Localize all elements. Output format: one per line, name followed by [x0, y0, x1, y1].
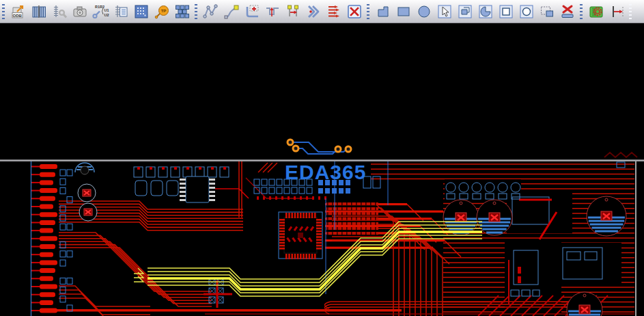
shape-copy-icon — [457, 3, 473, 20]
curved-route-icon — [223, 3, 240, 20]
board-status-button[interactable] — [586, 1, 606, 22]
rename-refdes-icon: R1R2 U1 U2 — [92, 3, 109, 20]
design-report-icon — [113, 3, 129, 20]
odb-export-button[interactable]: ODB — [8, 1, 29, 22]
artwork-films-button[interactable] — [29, 1, 49, 22]
toolbar-group-file-export: ODB — [8, 1, 193, 22]
shape-delete-button[interactable] — [557, 1, 578, 22]
dimension-button[interactable] — [606, 1, 627, 22]
curved-route-button[interactable] — [221, 1, 242, 22]
routed-net[interactable] — [288, 140, 351, 154]
delete-route-icon — [346, 3, 363, 20]
board-status-icon — [588, 3, 604, 20]
odb-export-icon: ODB — [10, 3, 27, 20]
shape-rect-button[interactable] — [393, 1, 414, 22]
toolbar-group-route — [201, 1, 365, 22]
refdes-bot-label: U2 — [104, 13, 109, 17]
shape-region-icon — [539, 3, 555, 20]
design-tools-icon — [51, 3, 68, 20]
via — [288, 140, 351, 152]
shape-circle-button[interactable] — [414, 1, 434, 22]
routing-canvas-art — [0, 23, 644, 159]
snapshot-camera-icon — [72, 3, 88, 20]
fanout-grid-button[interactable] — [131, 1, 152, 22]
delete-route-button[interactable] — [344, 1, 365, 22]
pcb-editor-window: ODB — [0, 0, 644, 316]
testpoint-label: TP — [161, 9, 167, 13]
delay-tune-icon — [264, 3, 281, 20]
shape-polygon-button[interactable] — [373, 1, 393, 22]
shape-rect-icon — [395, 3, 412, 20]
pad-array-button[interactable] — [172, 1, 193, 22]
watermark: EDA365 — [285, 161, 366, 183]
toolbar-drag-handle[interactable] — [367, 4, 369, 19]
snapshot-camera-button[interactable] — [70, 1, 90, 22]
pin-swap-route-button[interactable] — [283, 1, 303, 22]
shape-circle-icon — [416, 3, 432, 20]
refdes-mid-label: U1 — [104, 8, 109, 12]
faint-trace-zigzag — [604, 153, 637, 157]
shape-arc-button[interactable] — [475, 1, 496, 22]
pin-swap-route-icon — [285, 3, 301, 20]
shape-region-button[interactable] — [537, 1, 557, 22]
odb-label: ODB — [13, 13, 23, 17]
auto-route-icon — [326, 3, 342, 20]
shape-copy-button[interactable] — [455, 1, 475, 22]
shape-arc-icon — [477, 3, 494, 20]
route-corner-button[interactable] — [242, 1, 262, 22]
dimension-icon — [608, 3, 625, 20]
toolbar-drag-handle[interactable] — [580, 4, 583, 19]
polyline-route-icon — [203, 3, 219, 20]
toolbar-drag-handle[interactable] — [195, 4, 197, 19]
shape-circle-outline-button[interactable] — [516, 1, 537, 22]
routing-canvas[interactable] — [0, 23, 644, 159]
testpoint-button[interactable]: TP — [152, 1, 172, 22]
polyline-route-button[interactable] — [201, 1, 221, 22]
fanout-grid-icon — [133, 3, 150, 20]
shape-circle-outline-icon — [518, 3, 535, 20]
gloss-route-button[interactable] — [303, 1, 324, 22]
pad-array-icon — [174, 3, 191, 20]
route-corner-icon — [244, 3, 260, 20]
toolbar-group-board — [586, 1, 627, 22]
pcb-layout — [0, 161, 644, 316]
gloss-route-icon — [305, 3, 322, 20]
shape-delete-icon — [559, 3, 576, 20]
shape-rect-outline-button[interactable] — [496, 1, 516, 22]
shape-select-icon — [436, 3, 453, 20]
toolbar-group-shape — [373, 1, 578, 22]
delay-tune-button[interactable] — [262, 1, 283, 22]
shape-polygon-icon — [375, 3, 391, 20]
shape-rect-outline-icon — [498, 3, 514, 20]
refdes-top-label: R1R2 — [95, 4, 104, 8]
pcb-canvas[interactable]: EDA365 — [0, 161, 644, 316]
toolbar-drag-handle[interactable] — [629, 4, 632, 19]
auto-route-button[interactable] — [324, 1, 344, 22]
main-toolbar: ODB — [0, 0, 644, 23]
design-tools-button[interactable] — [49, 1, 70, 22]
design-report-button[interactable] — [111, 1, 131, 22]
artwork-films-icon — [31, 3, 47, 20]
rename-refdes-button[interactable]: R1R2 U1 U2 — [90, 1, 111, 22]
testpoint-icon: TP — [154, 3, 170, 20]
shape-select-button[interactable] — [434, 1, 455, 22]
toolbar-drag-handle[interactable] — [2, 4, 5, 19]
pcb-art-svg: EDA365 — [0, 161, 644, 316]
